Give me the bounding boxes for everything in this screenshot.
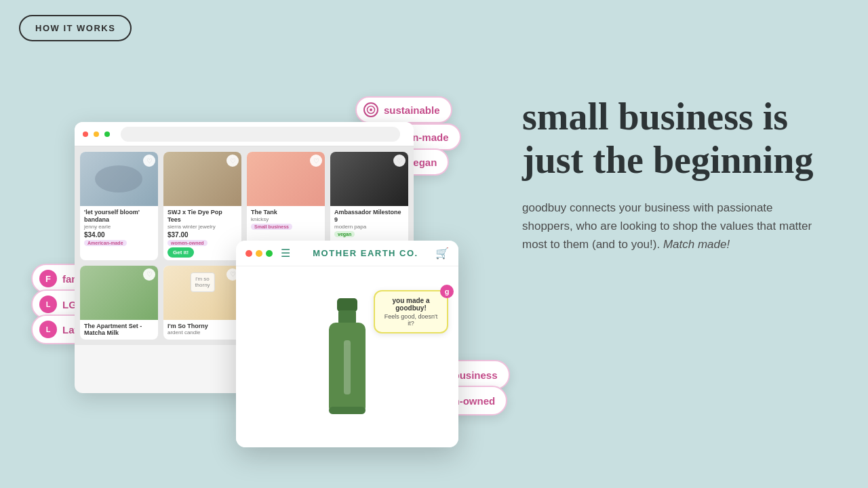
right-text-section: small business is just the beginning goo… bbox=[522, 95, 814, 253]
store-name: MOTHER EARTH CO. bbox=[296, 248, 435, 258]
product-tags-bag: vegan bbox=[334, 231, 404, 237]
chat-bubble-badge: g bbox=[440, 285, 454, 298]
cart-icon: 🛒 bbox=[435, 247, 449, 260]
product-name-shirt: SWJ x Tie Dye Pop Tees bbox=[167, 209, 237, 224]
traffic-red bbox=[83, 131, 88, 137]
headline-line2: just the beginning bbox=[522, 139, 813, 181]
product-name-bandana: 'let yourself bloom' bandana bbox=[84, 209, 154, 224]
product-tags-shirt: women-owned bbox=[167, 240, 237, 246]
get-it-button[interactable]: Get it! bbox=[167, 247, 194, 258]
tag-sustainable[interactable]: sustainable bbox=[355, 96, 452, 123]
chat-main-text: you made a goodbuy! bbox=[383, 297, 439, 312]
product-brand-shirt: sierra winter jewelry bbox=[167, 224, 237, 230]
heart-button-shirt[interactable]: ♡ bbox=[226, 155, 239, 167]
traffic-light-red bbox=[245, 250, 252, 257]
heart-button-tank[interactable]: ♡ bbox=[310, 155, 322, 167]
heart-button-bag[interactable]: ♡ bbox=[393, 155, 406, 167]
product-name-bag: Ambassador Milestone 9 bbox=[334, 209, 404, 224]
product-name-pants: The Apartment Set - Matcha Milk bbox=[84, 323, 154, 338]
traffic-light-yellow bbox=[256, 250, 262, 257]
product-card-bandana[interactable]: ♡ 'let yourself bloom' bandana jenny ear… bbox=[80, 152, 158, 260]
tag-vegan-mini: vegan bbox=[334, 231, 355, 237]
bottle-svg bbox=[317, 293, 378, 422]
product-image-tank: ♡ bbox=[247, 152, 325, 206]
heart-button-pants[interactable]: ♡ bbox=[143, 268, 155, 281]
product-card-pants[interactable]: ♡ The Apartment Set - Matcha Milk bbox=[80, 266, 158, 340]
product-brand-bandana: jenny earle bbox=[84, 224, 154, 230]
product-info-pants: The Apartment Set - Matcha Milk bbox=[80, 320, 158, 340]
product-brand-candle: ardent candle bbox=[167, 329, 237, 336]
lgbtqia-icon: L bbox=[39, 296, 57, 313]
browser-front-bar: ☰ MOTHER EARTH CO. 🛒 bbox=[236, 241, 458, 266]
traffic-light-green-dot bbox=[266, 250, 273, 257]
traffic-yellow bbox=[94, 131, 99, 137]
how-it-works-button[interactable]: HOW IT WORKS bbox=[19, 15, 132, 41]
product-info-bandana: 'let yourself bloom' bandana jenny earle… bbox=[80, 206, 158, 249]
latina-icon: L bbox=[39, 321, 57, 338]
tag-women-owned-mini: women-owned bbox=[167, 240, 208, 246]
tag-small-business-mini: Small business bbox=[251, 224, 292, 230]
chat-bubble: g you made a goodbuy! Feels good, doesn'… bbox=[374, 290, 448, 333]
product-info-bag: Ambassador Milestone 9 modern papa vegan bbox=[330, 206, 408, 240]
product-tags-bandana: American-made bbox=[84, 240, 154, 246]
product-card-candle[interactable]: ♡ i'm sothorny I'm So Thorny ardent cand… bbox=[163, 266, 241, 340]
svg-rect-5 bbox=[337, 298, 357, 312]
product-image-bandana: ♡ bbox=[80, 152, 158, 206]
hamburger-icon: ☰ bbox=[281, 247, 290, 260]
product-display: g you made a goodbuy! Feels good, doesn'… bbox=[236, 266, 458, 447]
browser-bar bbox=[75, 122, 414, 146]
chat-bubble-container: g you made a goodbuy! Feels good, doesn'… bbox=[374, 290, 448, 333]
mother-earth-browser: ☰ MOTHER EARTH CO. 🛒 g you ma bbox=[236, 241, 458, 447]
product-image-pants: ♡ bbox=[80, 266, 158, 320]
svg-rect-6 bbox=[338, 310, 356, 324]
headline-line1: small business is bbox=[522, 96, 788, 138]
product-price-shirt: $37.00 bbox=[167, 231, 237, 239]
product-image-shirt: ♡ bbox=[163, 152, 241, 206]
product-brand-tank: knicksy bbox=[251, 216, 321, 222]
product-info-candle: I'm So Thorny ardent candle bbox=[163, 320, 241, 339]
chat-sub-text: Feels good, doesn't it? bbox=[383, 313, 439, 327]
product-name-candle: I'm So Thorny bbox=[167, 323, 237, 330]
headline: small business is just the beginning bbox=[522, 95, 814, 182]
svg-point-4 bbox=[95, 165, 142, 192]
svg-rect-9 bbox=[329, 407, 366, 414]
svg-point-1 bbox=[370, 108, 372, 111]
product-brand-bag: modern papa bbox=[334, 224, 404, 230]
traffic-lights bbox=[245, 250, 273, 257]
tag-american-made-mini: American-made bbox=[84, 240, 127, 246]
product-card-shirt[interactable]: ♡ SWJ x Tie Dye Pop Tees sierra winter j… bbox=[163, 152, 241, 260]
browser-search-bar[interactable] bbox=[121, 127, 400, 142]
product-info-tank: The Tank knicksy Small business bbox=[247, 206, 325, 232]
description-text: goodbuy connects your business with pass… bbox=[522, 199, 814, 254]
product-price-bandana: $34.00 bbox=[84, 231, 154, 239]
product-name-tank: The Tank bbox=[251, 209, 321, 216]
sustainable-icon bbox=[363, 102, 378, 117]
product-tags-tank: Small business bbox=[251, 224, 321, 230]
product-info-shirt: SWJ x Tie Dye Pop Tees sierra winter jew… bbox=[163, 206, 241, 260]
traffic-green bbox=[104, 131, 110, 137]
product-image-candle: ♡ i'm sothorny bbox=[163, 266, 241, 320]
family-owned-icon: F bbox=[39, 270, 57, 287]
product-image-bag: ♡ bbox=[330, 152, 408, 206]
svg-rect-8 bbox=[344, 340, 351, 394]
